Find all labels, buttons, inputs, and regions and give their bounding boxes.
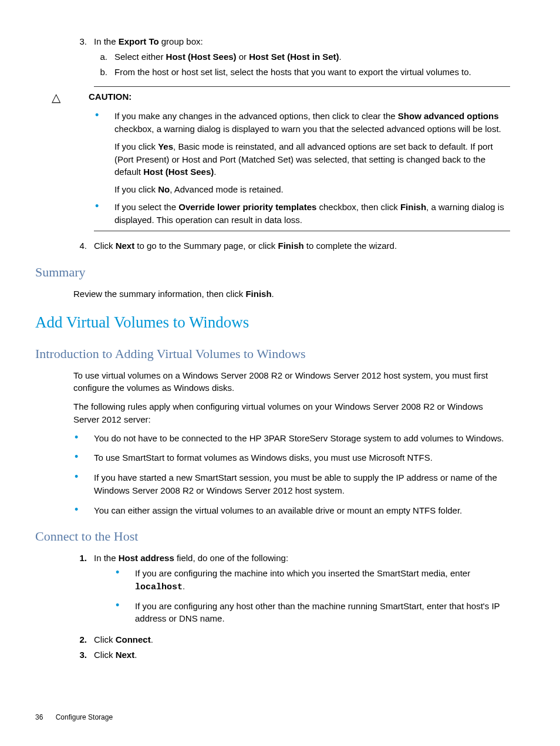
rule-text: You can either assign the virtual volume…: [94, 504, 510, 517]
text: .: [272, 289, 274, 299]
caution-content: • If you make any changes in the advance…: [94, 110, 510, 226]
text: If you click: [114, 184, 158, 194]
paragraph: If you make any changes in the advanced …: [114, 110, 510, 136]
step-3b: b. From the host or host set list, selec…: [94, 66, 510, 79]
intro-p1: To use virtual volumes on a Windows Serv…: [73, 369, 510, 395]
text: .: [134, 650, 137, 660]
bullet-body: If you are configuring the machine into …: [135, 567, 510, 594]
text-bold: Export To: [119, 36, 159, 46]
mono-text: localhost: [135, 582, 183, 592]
step-body: In the Host address field, do one of the…: [94, 552, 510, 631]
sub-letter: a.: [94, 50, 114, 63]
text-bold: Host (Host Sees): [143, 167, 214, 177]
text-bold: Show advanced options: [398, 111, 499, 121]
heading-summary: Summary: [35, 263, 510, 282]
bullet-icon: •: [94, 110, 114, 196]
footer-section: Configure Storage: [56, 713, 113, 721]
text: or: [237, 52, 249, 62]
text: In the: [94, 553, 119, 563]
text: .: [339, 52, 342, 62]
text-bold: No: [158, 184, 170, 194]
caution-header: △ CAUTION:: [52, 90, 510, 106]
rules-list: • You do not have to be connected to the…: [73, 432, 510, 517]
paragraph: If you click Yes, Basic mode is reinstat…: [114, 140, 510, 178]
text-bold: Override lower priority templates: [178, 202, 316, 212]
sub-bullets: • If you are configuring the machine int…: [114, 567, 510, 625]
step-number: 2.: [73, 633, 94, 646]
text: .: [151, 634, 153, 644]
heading-introduction: Introduction to Adding Virtual Volumes t…: [35, 345, 510, 363]
text: Click: [94, 650, 116, 660]
rule-item: • To use SmartStart to format volumes as…: [73, 451, 510, 464]
caution-box: △ CAUTION: • If you make any changes in …: [94, 86, 510, 231]
intro-p2: The following rules apply when configuri…: [73, 400, 510, 426]
text: group box:: [159, 36, 203, 46]
sub-letter: b.: [94, 66, 114, 79]
sub-body: From the host or host set list, select t…: [114, 66, 510, 79]
bullet-icon: •: [114, 600, 135, 626]
summary-text: Review the summary information, then cli…: [73, 288, 510, 301]
step-number: 1.: [73, 552, 94, 631]
sub-bullet: • If you are configuring any host other …: [114, 600, 510, 626]
paragraph: If you click No, Advanced mode is retain…: [114, 183, 510, 196]
text-bold: Next: [116, 650, 135, 660]
step-body: Click Connect.: [94, 633, 510, 646]
text: .: [214, 167, 216, 177]
step-number: 3.: [73, 649, 94, 661]
rule-text: To use SmartStart to format volumes as W…: [94, 451, 510, 464]
text-bold: Yes: [158, 141, 173, 151]
text: to complete the wizard.: [304, 241, 397, 251]
text-bold: Host Set (Host in Set): [249, 52, 339, 62]
bullet-icon: •: [73, 504, 94, 517]
document-content: 3. In the Export To group box: a. Select…: [73, 35, 510, 661]
step-3a: a. Select either Host (Host Sees) or Hos…: [94, 50, 510, 63]
text-bold: Finish: [278, 241, 303, 251]
text: If you make any changes in the advanced …: [114, 111, 398, 121]
text: field, do one of the following:: [174, 553, 288, 563]
text: In the: [94, 36, 119, 46]
bullet-body: If you are configuring any host other th…: [135, 600, 510, 626]
rule-item: • You can either assign the virtual volu…: [73, 504, 510, 517]
connect-step-3: 3. Click Next.: [73, 649, 510, 661]
text: If you select the: [114, 202, 178, 212]
text-bold: Host (Host Sees): [166, 52, 237, 62]
text-bold: Host address: [119, 553, 174, 563]
connect-step-2: 2. Click Connect.: [73, 633, 510, 646]
rule-item: • If you have started a new SmartStart s…: [73, 471, 510, 497]
page-number: 36: [35, 713, 43, 721]
text-bold: Connect: [116, 634, 151, 644]
step-body: Click Next.: [94, 649, 510, 661]
caution-item-1: • If you make any changes in the advance…: [94, 110, 510, 196]
bullet-icon: •: [73, 451, 94, 464]
text-bold: Finish: [400, 202, 426, 212]
text: Select either: [114, 52, 166, 62]
text: checkbox, a warning dialog is displayed …: [114, 124, 501, 134]
caution-item-2: • If you select the Override lower prior…: [94, 201, 510, 227]
rule-item: • You do not have to be connected to the…: [73, 432, 510, 445]
heading-connect-host: Connect to the Host: [35, 527, 510, 546]
text: Click: [94, 634, 116, 644]
caution-icon: △: [52, 89, 60, 106]
bullet-icon: •: [114, 567, 135, 594]
text: Click: [94, 241, 116, 251]
text-bold: Finish: [245, 289, 271, 299]
text: checkbox, then click: [316, 202, 400, 212]
connect-step-1: 1. In the Host address field, do one of …: [73, 552, 510, 631]
bullet-body: If you make any changes in the advanced …: [114, 110, 510, 196]
sub-body: Select either Host (Host Sees) or Host S…: [114, 50, 510, 63]
caution-label: CAUTION:: [89, 90, 131, 103]
text: .: [183, 581, 185, 591]
bullet-icon: •: [73, 432, 94, 445]
text: If you click: [114, 141, 158, 151]
text: Review the summary information, then cli…: [73, 289, 245, 299]
heading-add-virtual-volumes: Add Virtual Volumes to Windows: [35, 311, 510, 334]
text-bold: Next: [116, 241, 135, 251]
step-3: 3. In the Export To group box: a. Select…: [73, 35, 510, 78]
bullet-icon: •: [94, 201, 114, 227]
step-number: 3.: [73, 35, 94, 78]
text: to go to the Summary page, or click: [134, 241, 278, 251]
sub-bullet: • If you are configuring the machine int…: [114, 567, 510, 594]
step-number: 4.: [73, 239, 94, 252]
text: , Advanced mode is retained.: [170, 184, 283, 194]
step-body: Click Next to go to the Summary page, or…: [94, 239, 510, 252]
